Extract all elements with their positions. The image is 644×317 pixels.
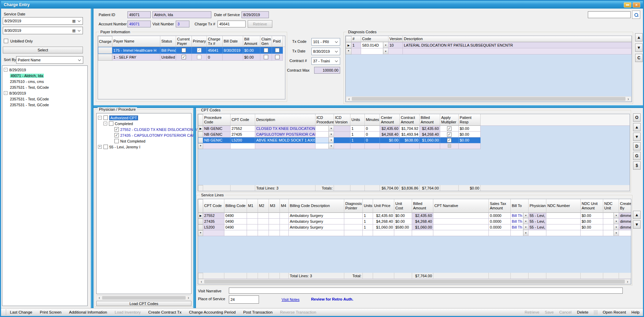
service-row[interactable]: ▶ 27552 0490 Ambulatory Surgery 1 $2,435… [198, 213, 631, 219]
icd-procedure-dropdown[interactable] [315, 132, 334, 137]
retrieve-button[interactable]: Retrieve [248, 20, 272, 28]
dropdown-icon[interactable] [523, 219, 528, 224]
service-new-row[interactable]: * [198, 230, 631, 236]
bill-to-dropdown[interactable] [511, 230, 529, 236]
dropdown-icon[interactable] [329, 137, 334, 143]
visit-notes-link[interactable]: Visit Notes [282, 297, 299, 302]
diagnosis-code-dropdown[interactable]: S83.014D [361, 42, 388, 48]
apply-multiplier-checkbox[interactable] [447, 132, 451, 137]
service-row[interactable]: 27435 0490 Ambulatory Surgery 1 $4,268.4… [198, 219, 631, 224]
cpt-g-button[interactable]: G [633, 152, 641, 160]
bill-to-dropdown[interactable]: Bill Th [511, 219, 529, 224]
checkbox-icon[interactable] [103, 145, 108, 149]
ndc-unit-dropdown[interactable] [603, 224, 619, 230]
dropdown-icon[interactable] [329, 132, 334, 137]
tree-item-patient[interactable]: 49071 - Aldrich, Ida [4, 73, 87, 78]
unbilled-only-checkbox[interactable]: Unbilled Only [4, 39, 33, 43]
vertical-splitter[interactable] [91, 9, 94, 308]
collapse-icon[interactable] [4, 91, 8, 95]
statusbar-create-contract-tx[interactable]: Create Contract Tx [148, 310, 182, 314]
scroll-left-icon[interactable]: ‹ [346, 97, 352, 101]
dropdown-icon[interactable] [614, 230, 619, 236]
statusbar-delete[interactable]: Delete [577, 310, 588, 314]
dropdown-icon[interactable] [523, 230, 528, 236]
ndc-unit-dropdown[interactable] [603, 219, 619, 224]
statusbar-reverse-transaction[interactable]: Reverse Transaction [280, 310, 316, 314]
sort-by-dropdown[interactable]: Patient Name [16, 56, 83, 64]
physician-hscrollbar[interactable]: ‹› [96, 295, 191, 300]
statusbar-retrieve[interactable]: Retrieve [524, 310, 539, 314]
current-payer-checkbox[interactable] [182, 48, 186, 52]
search-input[interactable] [588, 11, 631, 18]
cpt-o-button[interactable]: O [633, 113, 641, 122]
cpt-row[interactable]: ▶ NB GENIC 27552 CLOSED TX KNEE DISLOCAT… [198, 126, 630, 132]
service-date-to-picker[interactable]: 8/30/2019 ▦ [3, 27, 83, 34]
tree-item-completed[interactable]: Completed [98, 121, 191, 126]
claim-gen-checkbox[interactable] [264, 48, 268, 52]
ndc-unit-dropdown[interactable] [603, 213, 619, 219]
statusbar-change-accounting-period[interactable]: Change Accounting Period [189, 310, 236, 314]
tree-item-not-completed[interactable]: Not Completed [98, 138, 191, 144]
service-hscrollbar[interactable]: ‹› [198, 279, 631, 284]
collapse-icon[interactable] [98, 116, 102, 120]
dropdown-icon[interactable] [329, 126, 334, 131]
dropdown-icon[interactable] [523, 213, 528, 218]
payer-row[interactable]: 1 - SELF PAY Unbilled 0 $0.00 [98, 54, 285, 61]
tree-item-physician-levi[interactable]: 55 - Levi, Jeremy I [98, 144, 191, 150]
paid-checkbox[interactable] [275, 48, 280, 52]
checkbox-icon[interactable] [109, 121, 113, 126]
tree-item-date[interactable]: 8/30/2019 [4, 90, 87, 96]
statusbar-load-inventory[interactable]: Load Inventory [115, 310, 141, 314]
payer-row[interactable]: 175 - Immel Healthcare H Bill Pendi 4564… [98, 47, 285, 54]
checkbox-icon[interactable] [114, 139, 119, 143]
cpt-row-selected[interactable]: NB GENIC L5200 ABVE KNEE MOLD SOCKT 1 AX… [198, 137, 630, 143]
load-cpt-codes-button[interactable]: Load CPT Codes [96, 301, 191, 306]
statusbar-additional-information[interactable]: Additional Information [69, 310, 107, 314]
checkbox-icon[interactable] [103, 115, 108, 120]
statusbar-post-transaction[interactable]: Post Transaction [243, 310, 273, 314]
dropdown-icon[interactable] [383, 42, 388, 48]
service-date-from-picker[interactable]: 8/29/2019 ▦ [3, 17, 83, 25]
scroll-right-icon[interactable]: › [626, 97, 631, 101]
diagnosis-row[interactable]: ▶ 1 S83.014D 10 LATERAL DISLOCATION RT P… [346, 42, 632, 48]
cpt-dollar-button[interactable]: $ [633, 161, 641, 170]
dropdown-icon[interactable] [614, 213, 619, 218]
service-move-up-button[interactable]: ▲ [633, 211, 641, 219]
charge-tx-input[interactable] [218, 21, 246, 27]
statusbar-save[interactable]: Save [545, 310, 554, 314]
statusbar-open-recent[interactable]: Open Recent [603, 310, 626, 314]
statusbar-cancel[interactable]: Cancel [559, 310, 572, 314]
bill-to-dropdown[interactable]: Bill Th [511, 213, 529, 219]
dropdown-icon[interactable] [614, 219, 619, 224]
dropdown-icon[interactable] [383, 48, 388, 54]
paid-checkbox[interactable] [275, 55, 280, 59]
cpt-new-row[interactable]: * [198, 143, 630, 149]
tree-item-cpt-27435[interactable]: 27435 - CAPSULOTOMY POSTERIOR CAP [98, 132, 191, 138]
cpt-row[interactable]: NB GENIC 27435 CAPSULOTOMY POSTERIOR CAP… [198, 132, 630, 137]
dropdown-icon[interactable] [329, 143, 334, 149]
collapse-icon[interactable] [4, 68, 8, 72]
current-payer-checkbox[interactable] [182, 55, 186, 59]
statusbar-last-change[interactable]: Last Change [10, 310, 32, 314]
ndc-unit-dropdown[interactable] [603, 230, 619, 236]
scroll-right-icon[interactable]: › [186, 296, 191, 300]
search-button[interactable] [632, 11, 640, 19]
cpt-d-button[interactable]: D [633, 142, 641, 150]
dropdown-icon[interactable] [614, 224, 619, 230]
tx-date-dropdown[interactable]: 8/30/2019 [311, 48, 340, 55]
close-button[interactable]: × [633, 2, 640, 8]
checkbox-icon[interactable] [4, 39, 8, 43]
claim-gen-checkbox[interactable] [264, 55, 268, 59]
diagnosis-new-row[interactable]: * [346, 48, 632, 54]
expand-icon[interactable] [98, 145, 102, 149]
icd-procedure-dropdown[interactable] [315, 137, 334, 143]
place-of-service-input[interactable] [229, 295, 259, 304]
tree-item-patient[interactable]: 2357531 - Test, GCode [4, 96, 87, 102]
bill-to-dropdown[interactable]: Bill Th [511, 224, 529, 230]
checkbox-icon[interactable] [114, 127, 119, 132]
tree-item-patient[interactable]: 2357510 - cms, cms [4, 78, 87, 84]
contract-dropdown[interactable]: 37 - Traini [311, 57, 340, 65]
icd-procedure-dropdown[interactable] [315, 126, 334, 132]
statusbar-help[interactable]: Help [631, 310, 640, 314]
statusbar-print-screen[interactable]: Print Screen [40, 310, 61, 314]
